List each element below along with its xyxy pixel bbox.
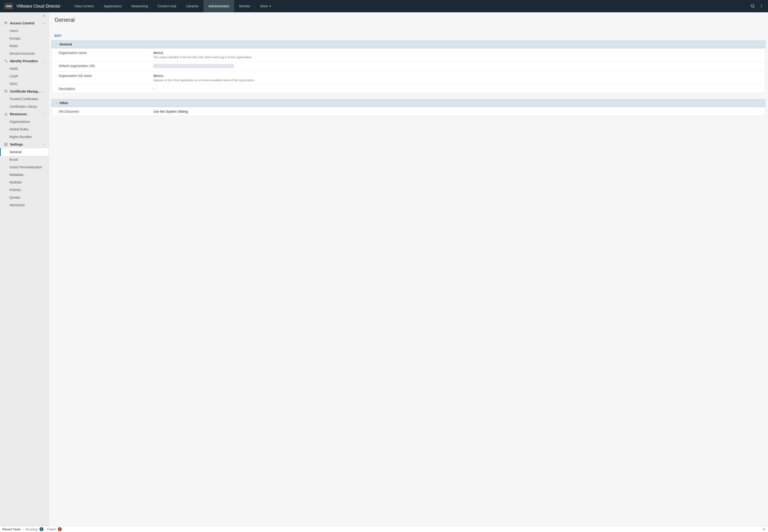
row-help: The unique identifier in the full URL wi… bbox=[153, 56, 762, 59]
sidebar-item-global-roles[interactable]: Global Roles bbox=[0, 125, 49, 133]
running-label: Running: bbox=[26, 528, 38, 531]
sidebar-item-groups[interactable]: Groups bbox=[0, 35, 49, 42]
nav-tab-data-centers[interactable]: Data Centers bbox=[69, 0, 98, 12]
svg-point-13 bbox=[6, 113, 6, 113]
sidebar-item-guest-personalization[interactable]: Guest Personalization bbox=[0, 163, 49, 171]
sidebar-item-trusted-certificates[interactable]: Trusted Certificates bbox=[0, 95, 49, 103]
main-content: General EDIT General Organization name d… bbox=[49, 12, 768, 526]
redacted-value bbox=[153, 64, 234, 68]
expand-tasks-icon[interactable] bbox=[762, 528, 766, 531]
chevron-down-icon bbox=[55, 43, 58, 46]
svg-point-14 bbox=[5, 115, 5, 115]
svg-point-6 bbox=[6, 22, 7, 23]
sidebar-header-identity-providers[interactable]: Identity Providers bbox=[0, 57, 49, 65]
search-icon[interactable] bbox=[750, 4, 755, 9]
gear-icon bbox=[4, 143, 8, 146]
svg-point-5 bbox=[5, 22, 6, 23]
users-icon bbox=[4, 22, 8, 25]
sidebar-item-service-accounts[interactable]: Service Accounts bbox=[0, 50, 49, 57]
edit-button[interactable]: EDIT bbox=[54, 34, 62, 37]
top-nav: vmw VMware Cloud Director Data Centers A… bbox=[0, 0, 768, 12]
recent-tasks-label[interactable]: Recent Tasks bbox=[2, 528, 21, 531]
row-label: Organization name bbox=[58, 51, 153, 59]
nav-tab-content-hub[interactable]: Content Hub bbox=[152, 0, 181, 12]
sidebar-header-label: Access Control bbox=[10, 21, 42, 25]
sidebar-item-users[interactable]: Users bbox=[0, 27, 49, 35]
nav-tab-monitor[interactable]: Monitor bbox=[234, 0, 255, 12]
sidebar-item-quotas[interactable]: Quotas bbox=[0, 194, 49, 201]
sidebar-group-certificate-management: Certificate Managem… Trusted Certificate… bbox=[0, 88, 49, 110]
sidebar-item-roles[interactable]: Roles bbox=[0, 42, 49, 50]
nav-tab-libraries[interactable]: Libraries bbox=[181, 0, 204, 12]
chevron-down-icon bbox=[42, 113, 45, 116]
certificate-icon bbox=[4, 90, 8, 93]
svg-line-1 bbox=[754, 7, 755, 8]
chevron-down-icon bbox=[42, 60, 45, 63]
svg-line-9 bbox=[5, 61, 7, 62]
sidebar-item-oidc[interactable]: OIDC bbox=[0, 80, 49, 88]
row-default-org-url: Default organization URL bbox=[51, 61, 765, 71]
nav-right bbox=[750, 4, 768, 9]
row-value: - bbox=[153, 87, 762, 91]
svg-line-18 bbox=[6, 114, 7, 115]
chevron-down-icon bbox=[42, 22, 45, 25]
row-vm-discovery: VM Discovery Use the System Setting bbox=[51, 107, 765, 116]
sidebar-item-saml[interactable]: SAML bbox=[0, 65, 49, 72]
tree-icon bbox=[4, 112, 8, 116]
sidebar-group-settings: Settings General Email Guest Personaliza… bbox=[0, 141, 49, 209]
sidebar-item-ldap[interactable]: LDAP bbox=[0, 72, 49, 80]
sidebar-item-advisories[interactable]: Advisories bbox=[0, 201, 49, 209]
sidebar-item-email[interactable]: Email bbox=[0, 156, 49, 163]
row-label: Organization full name bbox=[58, 74, 153, 82]
sidebar: Access Control Users Groups Roles Servic… bbox=[0, 12, 49, 526]
sidebar-item-policies[interactable]: Policies bbox=[0, 186, 49, 194]
panel-header-other[interactable]: Other bbox=[51, 99, 765, 107]
sidebar-item-metadata[interactable]: Metadata bbox=[0, 171, 49, 179]
nav-tab-applications[interactable]: Applications bbox=[99, 0, 126, 12]
running-count-badge[interactable]: 0 bbox=[40, 527, 43, 531]
sidebar-item-general[interactable]: General bbox=[0, 148, 49, 156]
sidebar-group-resources: Resources Organizations Global Roles Rig… bbox=[0, 110, 49, 141]
nav-tab-more[interactable]: More bbox=[255, 0, 276, 12]
sidebar-header-resources[interactable]: Resources bbox=[0, 110, 49, 118]
panel-general: General Organization name demo1 The uniq… bbox=[51, 40, 766, 93]
svg-point-2 bbox=[761, 5, 762, 5]
brand-logo: vmw bbox=[4, 3, 13, 9]
sidebar-header-label: Certificate Managem… bbox=[10, 89, 42, 93]
panel-other: Other VM Discovery Use the System Settin… bbox=[51, 99, 766, 116]
sidebar-header-access-control[interactable]: Access Control bbox=[0, 19, 49, 27]
page-title: General bbox=[54, 17, 762, 23]
svg-rect-10 bbox=[5, 90, 7, 92]
sidebar-header-settings[interactable]: Settings bbox=[0, 141, 49, 148]
row-organization-full-name: Organization full name demo1 Appears in … bbox=[51, 71, 765, 84]
sidebar-header-label: Resources bbox=[10, 112, 42, 116]
sidebar-item-certificates-library[interactable]: Certificates Library bbox=[0, 103, 49, 110]
row-label: VM Discovery bbox=[58, 110, 153, 113]
panel-title: General bbox=[59, 42, 72, 46]
chevron-down-icon bbox=[55, 102, 58, 104]
brand: vmw VMware Cloud Director bbox=[0, 3, 65, 9]
row-organization-name: Organization name demo1 The unique ident… bbox=[51, 48, 765, 61]
row-value: Use the System Setting bbox=[153, 110, 762, 113]
sidebar-item-organizations[interactable]: Organizations bbox=[0, 118, 49, 125]
chevron-down-icon bbox=[42, 90, 45, 93]
nav-tab-administration[interactable]: Administration bbox=[204, 0, 234, 12]
svg-point-4 bbox=[761, 7, 762, 8]
panel-header-general[interactable]: General bbox=[51, 40, 765, 48]
sidebar-header-label: Settings bbox=[10, 143, 42, 146]
sidebar-header-certificate-management[interactable]: Certificate Managem… bbox=[0, 88, 49, 95]
link-icon bbox=[4, 59, 8, 63]
sidebar-collapse-button[interactable] bbox=[0, 12, 49, 19]
failed-count-badge[interactable]: 0 bbox=[58, 527, 62, 531]
kebab-menu-icon[interactable] bbox=[759, 4, 763, 9]
row-help: Appears in the Cloud application as a hu… bbox=[153, 79, 762, 82]
nav-tab-networking[interactable]: Networking bbox=[126, 0, 152, 12]
svg-point-15 bbox=[6, 115, 7, 115]
svg-point-19 bbox=[5, 144, 6, 145]
row-description: Description - bbox=[51, 84, 765, 93]
footer-bar: Recent Tasks Running: 0 Failed: 0 bbox=[0, 526, 768, 532]
sidebar-item-multisite[interactable]: Multisite bbox=[0, 179, 49, 186]
brand-title: VMware Cloud Director bbox=[16, 4, 60, 9]
sidebar-group-access-control: Access Control Users Groups Roles Servic… bbox=[0, 19, 49, 57]
sidebar-item-rights-bundles[interactable]: Rights Bundles bbox=[0, 133, 49, 141]
